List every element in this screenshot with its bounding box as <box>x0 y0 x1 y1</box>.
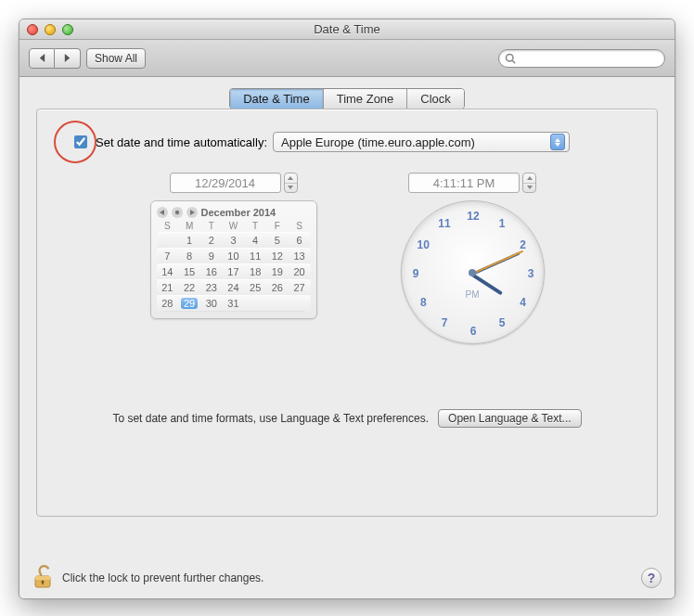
chevron-right-icon <box>63 53 71 63</box>
time-server-value: Apple Europe (time.euro.apple.com) <box>281 135 545 149</box>
cal-today-button[interactable] <box>172 207 183 218</box>
calendar-day <box>157 232 179 248</box>
calendar-day[interactable]: 30 <box>200 295 223 311</box>
calendar-day[interactable]: 23 <box>200 279 223 295</box>
tab-time-zone[interactable]: Time Zone <box>324 89 408 109</box>
popup-arrows-icon <box>550 134 565 150</box>
calendar-day[interactable]: 19 <box>266 263 289 279</box>
clock-numeral: 11 <box>438 217 450 230</box>
calendar-day[interactable]: 2 <box>200 232 223 248</box>
date-stepper[interactable] <box>284 173 298 193</box>
auto-time-row: Set date and time automatically: Apple E… <box>71 132 631 152</box>
unlocked-lock-icon <box>32 565 53 589</box>
time-field[interactable]: 4:11:11 PM <box>408 173 520 193</box>
back-button[interactable] <box>29 48 55 69</box>
calendar-day[interactable]: 10 <box>223 248 245 263</box>
calendar-day[interactable]: 20 <box>289 263 311 279</box>
clock-numeral: 3 <box>528 267 534 280</box>
calendar-day[interactable]: 24 <box>223 279 245 295</box>
calendar-day[interactable]: 17 <box>223 263 245 279</box>
tab-clock[interactable]: Clock <box>407 89 464 109</box>
formats-text: To set date and time formats, use Langua… <box>112 412 429 425</box>
calendar-day[interactable]: 12 <box>266 248 289 263</box>
calendar-day[interactable]: 5 <box>266 232 289 248</box>
calendar-day[interactable]: 14 <box>157 263 179 279</box>
time-server-popup[interactable]: Apple Europe (time.euro.apple.com) <box>273 132 570 152</box>
lock-button[interactable] <box>32 565 53 592</box>
calendar-day[interactable]: 4 <box>244 232 266 248</box>
time-stepper[interactable] <box>522 173 536 193</box>
calendar-day[interactable]: 26 <box>266 279 289 295</box>
clock-numeral: 8 <box>420 296 427 309</box>
clock-numeral: 2 <box>520 238 526 251</box>
calendar-day[interactable]: 3 <box>223 232 245 248</box>
window-title: Date & Time <box>19 22 675 36</box>
date-column: 12/29/2014 December 2014 <box>150 173 317 344</box>
clock-numeral: 4 <box>520 296 526 309</box>
analog-clock: PM 121234567891011 <box>401 200 545 344</box>
calendar-day[interactable]: 7 <box>157 248 179 263</box>
footer: Click the lock to prevent further change… <box>19 558 675 598</box>
clock-numeral: 5 <box>499 316 506 329</box>
cal-next-button[interactable] <box>186 207 198 218</box>
calendar-day[interactable]: 27 <box>289 279 311 295</box>
forward-button[interactable] <box>55 48 81 69</box>
svg-line-1 <box>512 60 515 63</box>
calendar-dow: F <box>266 220 289 232</box>
calendar-day[interactable]: 28 <box>157 295 179 311</box>
calendar-dow: W <box>223 220 245 232</box>
preferences-window: Date & Time Show All Date & Time Time Zo… <box>19 19 675 599</box>
nav-group <box>29 48 81 69</box>
zoom-icon[interactable] <box>62 24 73 35</box>
calendar-day[interactable]: 1 <box>178 232 200 248</box>
calendar-day[interactable]: 31 <box>223 295 245 311</box>
search-field[interactable] <box>498 49 665 68</box>
calendar-dow: S <box>289 220 311 232</box>
calendar-day <box>244 295 266 311</box>
calendar-dow: T <box>244 220 266 232</box>
svg-rect-6 <box>42 582 44 584</box>
clock-numeral: 12 <box>467 210 479 223</box>
calendar-day <box>289 295 311 311</box>
calendar-day[interactable]: 16 <box>200 263 223 279</box>
search-icon <box>505 53 516 64</box>
calendar-day[interactable]: 22 <box>178 279 200 295</box>
formats-row: To set date and time formats, use Langua… <box>63 409 631 428</box>
clock-numeral: 1 <box>499 217 506 230</box>
calendar-dow: M <box>178 220 200 232</box>
chevron-left-icon <box>38 53 46 63</box>
calendar-day[interactable]: 25 <box>244 279 266 295</box>
clock-pin-icon <box>469 269 476 276</box>
open-language-text-button[interactable]: Open Language & Text... <box>438 409 582 428</box>
calendar-dow: T <box>200 220 223 232</box>
minimize-icon[interactable] <box>45 24 56 35</box>
calendar-day[interactable]: 21 <box>157 279 179 295</box>
second-hand <box>472 250 523 274</box>
cal-prev-button[interactable] <box>157 207 168 218</box>
calendar-title: December 2014 <box>201 207 276 218</box>
help-button[interactable]: ? <box>641 568 662 588</box>
calendar-day[interactable]: 8 <box>178 248 200 263</box>
calendar[interactable]: December 2014 SMTWTFS 123456789101112131… <box>150 200 317 319</box>
tab-panel: Set date and time automatically: Apple E… <box>36 109 658 517</box>
show-all-button[interactable]: Show All <box>86 48 146 69</box>
svg-rect-4 <box>35 576 50 580</box>
auto-time-checkbox[interactable] <box>74 135 87 148</box>
tab-date-time[interactable]: Date & Time <box>230 89 324 109</box>
search-input[interactable] <box>520 51 659 66</box>
calendar-day[interactable]: 15 <box>178 263 200 279</box>
window-controls <box>27 24 73 35</box>
titlebar: Date & Time <box>19 19 675 40</box>
calendar-day[interactable]: 11 <box>244 248 266 263</box>
calendar-day[interactable]: 6 <box>289 232 311 248</box>
calendar-day[interactable]: 29 <box>178 295 200 311</box>
calendar-day[interactable]: 13 <box>289 248 311 263</box>
close-icon[interactable] <box>27 24 38 35</box>
toolbar: Show All <box>19 40 675 77</box>
content-area: Date & Time Time Zone Clock Set date and… <box>19 77 675 558</box>
calendar-day[interactable]: 18 <box>244 263 266 279</box>
calendar-day[interactable]: 9 <box>200 248 223 263</box>
footer-text: Click the lock to prevent further change… <box>62 571 632 584</box>
date-field[interactable]: 12/29/2014 <box>170 173 281 193</box>
time-column: 4:11:11 PM PM 121234567891011 <box>401 173 545 344</box>
